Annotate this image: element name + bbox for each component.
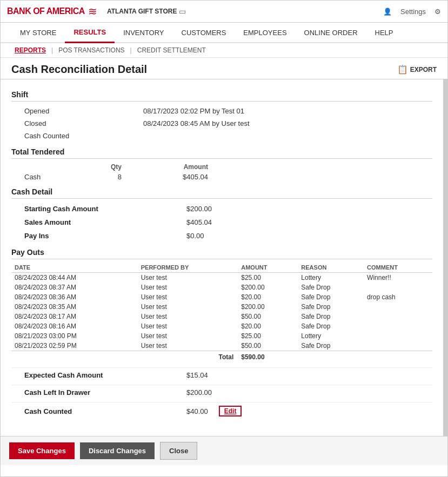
payout-amount: $20.00 — [238, 321, 298, 331]
table-row: 08/21/2023 03:00 PM User test $25.00 Lot… — [11, 331, 432, 341]
user-icon[interactable]: 👤 — [383, 8, 392, 16]
cash-counted-label: Cash Counted — [24, 407, 132, 415]
shift-opened-row: Opened 08/17/2023 02:02 PM by Test 01 — [11, 105, 432, 117]
total-tendered-section-header: Total Tendered — [11, 147, 432, 159]
table-row: 08/24/2023 08:36 AM User test $20.00 Saf… — [11, 292, 432, 302]
store-name: ATLANTA GIFT STORE — [107, 8, 177, 15]
table-row: 08/21/2023 02:59 PM User test $50.00 Saf… — [11, 341, 432, 351]
payout-comment — [364, 331, 432, 341]
page-title: Cash Reconciliation Detail — [11, 63, 147, 76]
settings-label[interactable]: Settings — [400, 8, 426, 16]
payout-comment — [364, 321, 432, 331]
export-label: EXPORT — [410, 66, 437, 73]
payout-performed-by: User test — [138, 302, 238, 312]
payout-date: 08/21/2023 03:00 PM — [11, 331, 138, 341]
edit-button[interactable]: Edit — [219, 406, 242, 416]
total-label: Total — [11, 351, 238, 362]
sales-amount-value: $405.04 — [186, 218, 212, 226]
page-title-bar: Cash Reconciliation Detail 📋 EXPORT — [1, 58, 447, 79]
payout-date: 08/21/2023 02:59 PM — [11, 341, 138, 351]
payout-comment: Winner!! — [364, 273, 432, 283]
sales-amount-label: Sales Amount — [24, 218, 132, 226]
table-row: 08/24/2023 08:44 AM User test $25.00 Lot… — [11, 273, 432, 283]
logo-flag-icon: ≋ — [88, 5, 97, 18]
payout-date: 08/24/2023 08:44 AM — [11, 273, 138, 283]
save-changes-button[interactable]: Save Changes — [9, 442, 75, 459]
starting-cash-label: Starting Cash Amount — [24, 205, 132, 213]
expected-cash-label: Expected Cash Amount — [24, 371, 132, 379]
gear-icon[interactable]: ⚙ — [434, 8, 441, 16]
sales-amount-row: Sales Amount $405.04 — [11, 216, 432, 229]
tendered-header-row: Qty Amount — [24, 162, 432, 172]
cash-detail-section-header: Cash Detail — [11, 187, 432, 199]
sub-nav-credit-settlement[interactable]: CREDIT SETTLEMENT — [134, 45, 209, 55]
date-col-header: DATE — [11, 263, 138, 273]
payouts-total-row: Total $590.00 — [11, 351, 432, 362]
payouts-section: DATE PERFORMED BY AMOUNT REASON COMMENT … — [11, 263, 432, 362]
sub-nav-pos-transactions[interactable]: POS TRANSACTIONS — [55, 45, 128, 55]
nav-online-order[interactable]: ONLINE ORDER — [296, 23, 366, 42]
payout-amount: $200.00 — [238, 302, 298, 312]
tendered-cash-qty: 8 — [68, 173, 122, 181]
export-icon: 📋 — [397, 64, 408, 75]
export-button[interactable]: 📋 EXPORT — [397, 64, 437, 75]
shift-opened-value: 08/17/2023 02:02 PM by Test 01 — [143, 107, 244, 115]
payout-performed-by: User test — [138, 331, 238, 341]
sub-nav-reports[interactable]: REPORTS — [11, 45, 49, 55]
pay-ins-row: Pay Ins $0.00 — [11, 229, 432, 243]
bank-name: BANK OF AMERICA — [7, 6, 85, 16]
expected-cash-row: Expected Cash Amount $15.04 — [11, 367, 432, 382]
cash-left-value: $200.00 — [186, 388, 212, 397]
nav-results[interactable]: RESULTS — [65, 23, 115, 43]
payout-performed-by: User test — [138, 292, 238, 302]
payout-date: 08/24/2023 08:37 AM — [11, 283, 138, 292]
payouts-table: DATE PERFORMED BY AMOUNT REASON COMMENT … — [11, 263, 432, 362]
shift-closed-row: Closed 08/24/2023 08:45 AM by User test — [11, 117, 432, 130]
nav-help[interactable]: HELP — [366, 23, 402, 42]
shift-cash-counted-row: Cash Counted — [11, 130, 432, 142]
shift-section-header: Shift — [11, 90, 432, 102]
tendered-cash-amount: $405.04 — [143, 173, 208, 181]
total-tendered-table: Qty Amount Cash 8 $405.04 — [24, 162, 432, 182]
bottom-bar: Save Changes Discard Changes Close — [1, 436, 447, 465]
payout-reason: Safe Drop — [298, 302, 364, 312]
cash-left-label: Cash Left In Drawer — [24, 388, 132, 397]
main-nav: MY STORE RESULTS INVENTORY CUSTOMERS EMP… — [1, 23, 447, 43]
payout-amount: $200.00 — [238, 283, 298, 292]
payout-date: 08/24/2023 08:17 AM — [11, 312, 138, 321]
close-button[interactable]: Close — [160, 442, 197, 460]
payout-reason: Lottery — [298, 331, 364, 341]
nav-customers[interactable]: CUSTOMERS — [173, 23, 235, 42]
cash-left-row: Cash Left In Drawer $200.00 — [11, 385, 432, 400]
payout-amount: $20.00 — [238, 292, 298, 302]
shift-closed-label: Closed — [24, 119, 111, 127]
amount-col-header: AMOUNT — [238, 263, 298, 273]
comment-col-header: COMMENT — [364, 263, 432, 273]
performed-by-col-header: PERFORMED BY — [138, 263, 238, 273]
discard-changes-button[interactable]: Discard Changes — [80, 442, 155, 459]
total-amount: $590.00 — [238, 351, 298, 362]
payout-date: 08/24/2023 08:35 AM — [11, 302, 138, 312]
pay-outs-section-header: Pay Outs — [11, 248, 432, 259]
payout-comment — [364, 283, 432, 292]
shift-cash-counted-label: Cash Counted — [24, 132, 111, 140]
payout-date: 08/24/2023 08:16 AM — [11, 321, 138, 331]
nav-my-store[interactable]: MY STORE — [11, 23, 65, 42]
top-header: BANK OF AMERICA ≋ ATLANTA GIFT STORE ▭ 👤… — [1, 1, 447, 23]
payout-date: 08/24/2023 08:36 AM — [11, 292, 138, 302]
nav-inventory[interactable]: INVENTORY — [115, 23, 172, 42]
cash-counted-value: $40.00 — [186, 407, 208, 415]
payout-comment — [364, 312, 432, 321]
pay-ins-label: Pay Ins — [24, 232, 132, 240]
nav-employees[interactable]: EMPLOYEES — [235, 23, 295, 42]
starting-cash-row: Starting Cash Amount $200.00 — [11, 202, 432, 216]
payout-performed-by: User test — [138, 321, 238, 331]
payout-amount: $25.00 — [238, 273, 298, 283]
payouts-header-row: DATE PERFORMED BY AMOUNT REASON COMMENT — [11, 263, 432, 273]
tendered-cash-label: Cash — [24, 173, 68, 181]
payout-amount: $50.00 — [238, 312, 298, 321]
payout-amount: $50.00 — [238, 341, 298, 351]
payout-comment — [364, 302, 432, 312]
payout-reason: Safe Drop — [298, 312, 364, 321]
payout-reason: Safe Drop — [298, 341, 364, 351]
